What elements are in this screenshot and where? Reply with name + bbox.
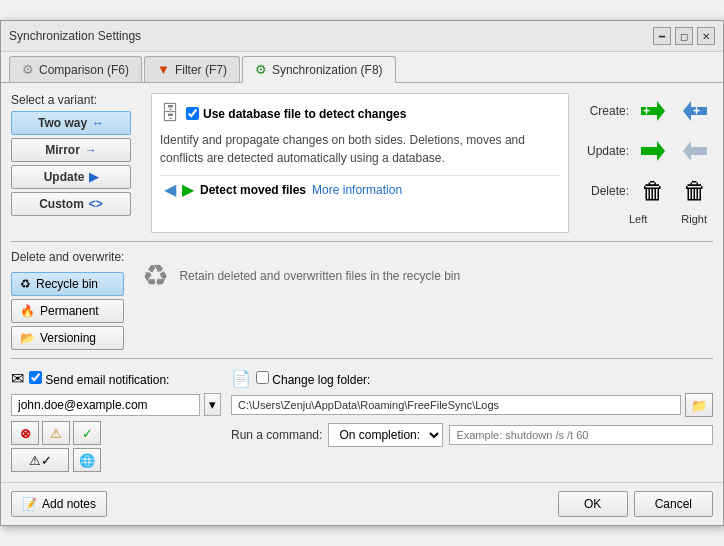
log-section: 📄 Change log folder: 📁 Run a command: On… <box>231 369 713 447</box>
email-info-button[interactable]: ⚠✓ <box>11 448 69 472</box>
email-success-button[interactable]: ✓ <box>73 421 101 445</box>
left-arrow-icon: ◀ <box>164 180 176 199</box>
email-checkbox-label[interactable]: Send email notification: <box>29 371 169 387</box>
two-way-label: Two way <box>38 116 87 130</box>
permanent-button[interactable]: 🔥 Permanent <box>11 299 124 323</box>
left-label: Left <box>629 213 647 225</box>
separator-1 <box>11 241 713 242</box>
close-button[interactable]: ✕ <box>697 27 715 45</box>
filter-icon: ▼ <box>157 62 170 77</box>
use-database-checkbox[interactable] <box>186 107 199 120</box>
sync-icon: ⚙ <box>255 62 267 77</box>
notes-icon: 📝 <box>22 497 37 511</box>
delete-row: Delete: 🗑 🗑 <box>579 173 713 209</box>
update-left-button[interactable] <box>677 133 713 169</box>
two-way-icon: ↔ <box>92 116 104 130</box>
cancel-button[interactable]: Cancel <box>634 491 713 517</box>
minimize-button[interactable]: ━ <box>653 27 671 45</box>
create-label: Create: <box>579 104 629 118</box>
update-blue-icon <box>679 135 711 167</box>
detect-moved-row: ◀ ▶ Detect moved files More information <box>160 175 560 203</box>
email-info-row: ⚠✓ 🌐 <box>11 448 221 472</box>
log-header: 📄 Change log folder: <box>231 369 713 388</box>
run-command-input[interactable] <box>449 425 713 445</box>
title-controls: ━ ◻ ✕ <box>653 27 715 45</box>
footer: 📝 Add notes OK Cancel <box>1 482 723 525</box>
use-database-label: Use database file to detect changes <box>203 107 406 121</box>
log-path-input[interactable] <box>231 395 681 415</box>
create-right-button[interactable]: + <box>635 93 671 129</box>
add-notes-button[interactable]: 📝 Add notes <box>11 491 107 517</box>
email-input-row: ▾ <box>11 393 221 416</box>
tab-filter-label: Filter (F7) <box>175 63 227 77</box>
email-error-button[interactable]: ⊗ <box>11 421 39 445</box>
permanent-icon: 🔥 <box>20 304 35 318</box>
email-action-row: ⊗ ⚠ ✓ <box>11 421 221 445</box>
versioning-icon: 📂 <box>20 331 35 345</box>
recycle-bin-button[interactable]: ♻ Recycle bin <box>11 272 124 296</box>
maximize-button[interactable]: ◻ <box>675 27 693 45</box>
detect-moved-label: Detect moved files <box>200 183 306 197</box>
create-row: Create: + + <box>579 93 713 129</box>
svg-marker-5 <box>683 141 707 161</box>
trash-green-icon: 🗑 <box>641 177 665 205</box>
tab-synchronization[interactable]: ⚙ Synchronization (F8) <box>242 56 396 83</box>
add-notes-label: Add notes <box>42 497 96 511</box>
recycle-label: Recycle bin <box>36 277 98 291</box>
log-checkbox-label[interactable]: Change log folder: <box>256 371 370 387</box>
email-warning-button[interactable]: ⚠ <box>42 421 70 445</box>
variant-two-way[interactable]: Two way ↔ <box>11 111 131 135</box>
update-label: Update <box>44 170 85 184</box>
gear-icon: ⚙ <box>22 62 34 77</box>
delete-section: Delete and overwrite: ♻ Recycle bin 🔥 Pe… <box>11 250 713 350</box>
update-right-button[interactable] <box>635 133 671 169</box>
description-text: Identify and propagate changes on both s… <box>160 131 560 167</box>
run-command-select[interactable]: On completion: <box>328 423 443 447</box>
variant-mirror[interactable]: Mirror → <box>11 138 131 162</box>
main-content: Select a variant: Two way ↔ Mirror → Upd… <box>1 83 723 482</box>
window-title: Synchronization Settings <box>9 29 141 43</box>
tab-synchronization-label: Synchronization (F8) <box>272 63 383 77</box>
email-icon: ✉ <box>11 369 24 388</box>
email-globe-button[interactable]: 🌐 <box>73 448 101 472</box>
delete-left-button[interactable]: 🗑 <box>635 173 671 209</box>
svg-text:+: + <box>643 104 650 118</box>
title-bar: Synchronization Settings ━ ◻ ✕ <box>1 21 723 52</box>
run-command-label: Run a command: <box>231 428 322 442</box>
email-header: ✉ Send email notification: <box>11 369 221 388</box>
update-row: Update: <box>579 133 713 169</box>
tab-filter[interactable]: ▼ Filter (F7) <box>144 56 240 82</box>
email-action-buttons: ⊗ ⚠ ✓ <box>11 421 101 445</box>
variants-box: Select a variant: Two way ↔ Mirror → Upd… <box>11 93 141 233</box>
log-folder-button[interactable]: 📁 <box>685 393 713 417</box>
more-info-link[interactable]: More information <box>312 183 402 197</box>
versioning-button[interactable]: 📂 Versioning <box>11 326 124 350</box>
permanent-label: Permanent <box>40 304 99 318</box>
email-dropdown-button[interactable]: ▾ <box>204 393 221 416</box>
variant-custom[interactable]: Custom <> <box>11 192 131 216</box>
variant-update[interactable]: Update ▶ <box>11 165 131 189</box>
email-input[interactable] <box>11 394 200 416</box>
email-label-text: Send email notification: <box>45 373 169 387</box>
run-command-row: Run a command: On completion: <box>231 423 713 447</box>
email-checkbox[interactable] <box>29 371 42 384</box>
recycle-big-icon: ♻ <box>142 258 169 293</box>
tab-comparison[interactable]: ⚙ Comparison (F6) <box>9 56 142 82</box>
log-checkbox[interactable] <box>256 371 269 384</box>
svg-text:+: + <box>693 104 700 118</box>
arrows-panel: Create: + + <box>579 93 713 233</box>
delete-overwrite-label: Delete and overwrite: <box>11 250 124 264</box>
recycle-icon: ♻ <box>20 277 31 291</box>
create-left-button[interactable]: + <box>677 93 713 129</box>
delete-right-button[interactable]: 🗑 <box>677 173 713 209</box>
svg-marker-4 <box>641 141 665 161</box>
footer-buttons: OK Cancel <box>558 491 713 517</box>
ok-button[interactable]: OK <box>558 491 628 517</box>
description-box: 🗄 Use database file to detect changes Id… <box>151 93 569 233</box>
update-icon: ▶ <box>89 170 98 184</box>
update-green-icon <box>637 135 669 167</box>
custom-label: Custom <box>39 197 84 211</box>
recycle-description: ♻ Retain deleted and overwritten files i… <box>134 250 713 301</box>
mirror-label: Mirror <box>45 143 80 157</box>
use-database-checkbox-label[interactable]: Use database file to detect changes <box>186 107 406 121</box>
